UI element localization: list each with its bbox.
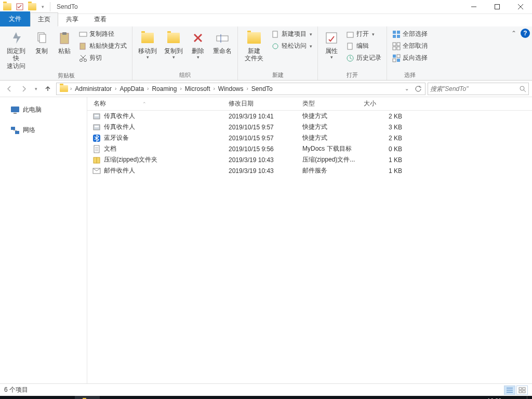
app-icon[interactable] bbox=[2, 1, 13, 12]
select-all-button[interactable]: 全部选择 bbox=[390, 29, 430, 39]
monitor-icon bbox=[10, 106, 20, 114]
file-icon bbox=[92, 145, 101, 153]
pin-quick-access-button[interactable]: 固定到快 速访问 bbox=[3, 29, 29, 71]
svg-point-11 bbox=[80, 59, 83, 61]
qat-new-folder-icon[interactable] bbox=[26, 1, 38, 12]
nav-network[interactable]: 网络 bbox=[0, 124, 87, 137]
svg-rect-42 bbox=[15, 131, 19, 134]
new-folder-button[interactable]: 新建 文件夹 bbox=[241, 29, 267, 63]
file-row[interactable]: 压缩(zipped)文件夹2019/3/19 10:43压缩(zipped)文件… bbox=[87, 154, 532, 165]
item-count: 6 个项目 bbox=[4, 385, 28, 394]
column-headers: 名称⌃ 修改日期 类型 大小 bbox=[87, 97, 532, 111]
svg-rect-26 bbox=[397, 31, 400, 34]
start-button[interactable] bbox=[0, 396, 25, 399]
open-icon bbox=[346, 30, 354, 38]
nav-recent-button[interactable]: ▾ bbox=[32, 83, 39, 95]
delete-button[interactable]: 删除▾ bbox=[188, 29, 208, 61]
file-row[interactable]: 文档2019/10/15 9:56MyDocs 下载目标0 KB bbox=[87, 143, 532, 154]
nav-forward-button[interactable] bbox=[18, 83, 30, 95]
taskbar-edge-button[interactable] bbox=[50, 396, 75, 399]
address-box[interactable]: › Administrator› AppData› Roaming› Micro… bbox=[56, 83, 425, 95]
refresh-button[interactable] bbox=[413, 83, 424, 95]
file-date: 2019/3/19 10:43 bbox=[224, 156, 298, 164]
svg-rect-10 bbox=[80, 43, 85, 49]
tab-share[interactable]: 共享 bbox=[58, 12, 86, 26]
invert-selection-button[interactable]: 反向选择 bbox=[390, 52, 430, 63]
minimize-button[interactable] bbox=[462, 0, 485, 14]
crumb-sendto[interactable]: SendTo bbox=[248, 85, 276, 92]
tab-view[interactable]: 查看 bbox=[86, 12, 114, 26]
search-input[interactable] bbox=[430, 85, 519, 92]
address-bar: ▾ › Administrator› AppData› Roaming› Mic… bbox=[0, 81, 532, 97]
properties-button[interactable]: 属性▾ bbox=[321, 29, 342, 61]
column-date[interactable]: 修改日期 bbox=[224, 99, 298, 108]
paste-shortcut-button[interactable]: 粘贴快捷方式 bbox=[77, 41, 129, 51]
copy-to-button[interactable]: 复制到▾ bbox=[162, 29, 185, 61]
tab-home[interactable]: 主页 bbox=[30, 12, 58, 26]
svg-rect-2 bbox=[495, 5, 499, 9]
view-details-button[interactable] bbox=[504, 385, 515, 395]
nav-up-button[interactable] bbox=[42, 83, 54, 95]
open-button[interactable]: 打开▾ bbox=[344, 29, 383, 39]
crumb-microsoft[interactable]: Microsoft bbox=[182, 85, 214, 92]
svg-rect-6 bbox=[39, 34, 46, 43]
easy-access-button[interactable]: 轻松访问▾ bbox=[269, 41, 314, 51]
new-item-button[interactable]: 新建项目▾ bbox=[269, 29, 314, 39]
file-row[interactable]: 传真收件人2019/3/19 10:41快捷方式2 KB bbox=[87, 111, 532, 122]
file-row[interactable]: 传真收件人2019/10/15 9:57快捷方式3 KB bbox=[87, 122, 532, 132]
nav-this-pc[interactable]: 此电脑 bbox=[0, 103, 87, 116]
scissors-icon bbox=[79, 54, 87, 62]
file-icon bbox=[92, 134, 101, 142]
svg-rect-34 bbox=[397, 55, 400, 58]
copy-path-button[interactable]: 复制路径 bbox=[77, 29, 129, 39]
ribbon-group-select: 全部选择 全部取消 反向选择 选择 bbox=[387, 26, 433, 80]
qat-dropdown-icon[interactable]: ▾ bbox=[39, 1, 46, 12]
crumb-windows[interactable]: Windows bbox=[215, 85, 247, 92]
crumb-roaming[interactable]: Roaming bbox=[149, 85, 180, 92]
crumb-appdata[interactable]: AppData bbox=[116, 85, 147, 92]
invert-icon bbox=[392, 54, 401, 62]
new-folder-icon bbox=[246, 30, 262, 46]
paste-button[interactable]: 粘贴 bbox=[54, 29, 75, 56]
select-none-button[interactable]: 全部取消 bbox=[390, 41, 430, 51]
svg-rect-33 bbox=[393, 55, 396, 58]
search-box[interactable] bbox=[428, 83, 529, 95]
maximize-button[interactable] bbox=[485, 0, 509, 14]
file-name: 蓝牙设备 bbox=[104, 134, 129, 142]
move-to-button[interactable]: 移动到▾ bbox=[136, 29, 159, 61]
nav-back-button[interactable] bbox=[3, 83, 16, 95]
cut-button[interactable]: 剪切 bbox=[77, 52, 129, 63]
taskbar-search-button[interactable] bbox=[25, 396, 50, 399]
taskbar-store-button[interactable] bbox=[100, 396, 125, 399]
close-button[interactable] bbox=[509, 0, 532, 14]
qat-properties-icon[interactable] bbox=[14, 1, 25, 12]
svg-rect-25 bbox=[393, 31, 396, 34]
minimize-ribbon-icon[interactable]: ⌃ bbox=[511, 30, 516, 37]
column-size[interactable]: 大小 bbox=[360, 99, 406, 108]
help-icon[interactable]: ? bbox=[521, 29, 530, 38]
address-dropdown-button[interactable]: ⌄ bbox=[401, 83, 413, 95]
svg-line-14 bbox=[81, 55, 85, 59]
show-desktop-button[interactable] bbox=[527, 396, 530, 399]
view-icons-button[interactable] bbox=[516, 385, 528, 395]
tab-file[interactable]: 文件 bbox=[0, 11, 30, 26]
svg-rect-60 bbox=[523, 388, 525, 390]
file-row[interactable]: 邮件收件人2019/3/19 10:43邮件服务1 KB bbox=[87, 165, 532, 176]
taskbar-explorer-button[interactable] bbox=[75, 396, 100, 399]
file-date: 2019/10/15 9:56 bbox=[224, 145, 298, 153]
rename-button[interactable]: 重命名 bbox=[210, 29, 234, 56]
crumb-administrator[interactable]: Administrator bbox=[72, 85, 115, 92]
column-name[interactable]: 名称⌃ bbox=[87, 99, 224, 108]
window-title: SendTo bbox=[57, 3, 78, 10]
title-bar: ▾ SendTo bbox=[0, 0, 532, 14]
svg-rect-29 bbox=[393, 43, 396, 46]
copy-button[interactable]: 复制 bbox=[31, 29, 52, 56]
history-button[interactable]: 历史记录 bbox=[344, 52, 383, 63]
column-type[interactable]: 类型 bbox=[298, 99, 360, 108]
ribbon-tabs: 文件 主页 共享 查看 bbox=[0, 14, 532, 26]
select-all-icon bbox=[392, 30, 401, 38]
file-type: 邮件服务 bbox=[298, 166, 360, 175]
ribbon-group-new: 新建 文件夹 新建项目▾ 轻松访问▾ 新建 bbox=[238, 26, 318, 80]
file-row[interactable]: 蓝牙设备2019/10/15 9:57快捷方式2 KB bbox=[87, 132, 532, 143]
edit-button[interactable]: 编辑 bbox=[344, 41, 383, 51]
